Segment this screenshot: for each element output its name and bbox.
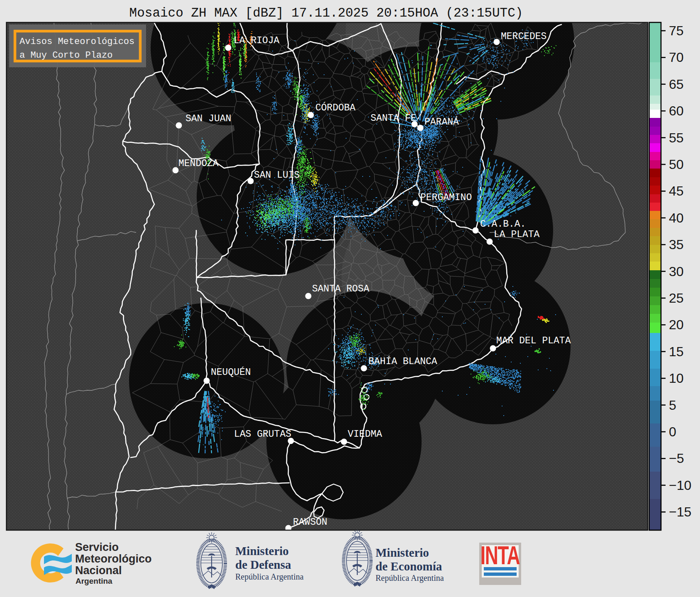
svg-text:RAWSON: RAWSON	[293, 517, 327, 528]
svg-text:75: 75	[669, 23, 684, 38]
svg-text:SANTA ROSA: SANTA ROSA	[312, 284, 369, 294]
svg-text:LA PLATA: LA PLATA	[494, 229, 540, 240]
svg-text:SANTA FE: SANTA FE	[371, 113, 416, 124]
svg-text:a Muy Corto Plazo: a Muy Corto Plazo	[20, 50, 112, 61]
svg-text:−10: −10	[669, 478, 691, 493]
svg-text:Argentina: Argentina	[76, 577, 112, 585]
svg-text:−5: −5	[669, 451, 684, 466]
svg-text:Meteorológico: Meteorológico	[75, 553, 152, 565]
svg-text:MENDOZA: MENDOZA	[178, 158, 219, 169]
svg-text:−15: −15	[669, 504, 691, 519]
svg-text:de Economía: de Economía	[376, 560, 442, 573]
svg-text:55: 55	[669, 130, 684, 145]
svg-text:Ministerio: Ministerio	[235, 544, 289, 558]
svg-text:35: 35	[669, 237, 684, 252]
svg-text:65: 65	[669, 77, 684, 92]
svg-text:PERGAMINO: PERGAMINO	[420, 192, 472, 203]
svg-text:Mosaico ZH MAX [dBZ] 17.11.202: Mosaico ZH MAX [dBZ] 17.11.2025 20:15HOA…	[129, 6, 523, 20]
svg-text:MERCEDES: MERCEDES	[501, 31, 546, 42]
svg-text:LAS GRUTAS: LAS GRUTAS	[234, 429, 291, 440]
svg-text:Avisos Meteorológicos: Avisos Meteorológicos	[20, 37, 134, 47]
svg-text:15: 15	[669, 344, 684, 359]
svg-text:10: 10	[669, 371, 684, 386]
svg-text:SAN LUIS: SAN LUIS	[254, 170, 300, 181]
svg-text:LA RIOJA: LA RIOJA	[234, 35, 280, 46]
svg-text:C.A.B.A.: C.A.B.A.	[480, 219, 526, 230]
svg-text:BAHÍA BLANCA: BAHÍA BLANCA	[368, 356, 437, 367]
svg-text:20: 20	[669, 317, 684, 332]
svg-text:República Argentina: República Argentina	[235, 572, 304, 582]
svg-text:30: 30	[669, 264, 684, 279]
svg-text:NEUQUÉN: NEUQUÉN	[211, 367, 251, 378]
svg-text:Servicio: Servicio	[75, 541, 119, 553]
svg-text:45: 45	[669, 184, 684, 198]
svg-text:CÓRDOBA: CÓRDOBA	[315, 102, 356, 113]
svg-text:Nacional: Nacional	[75, 564, 122, 577]
svg-text:40: 40	[669, 210, 684, 225]
svg-text:5: 5	[669, 398, 676, 413]
svg-text:Ministerio: Ministerio	[376, 546, 429, 559]
svg-text:0: 0	[669, 424, 676, 439]
svg-text:VIEDMA: VIEDMA	[348, 429, 382, 440]
svg-text:República Argentina: República Argentina	[376, 573, 444, 583]
svg-text:50: 50	[669, 157, 684, 172]
svg-text:60: 60	[669, 103, 684, 118]
svg-text:25: 25	[669, 291, 684, 306]
svg-text:PARANÁ: PARANÁ	[424, 116, 459, 127]
svg-text:SAN JUAN: SAN JUAN	[185, 113, 231, 124]
svg-text:70: 70	[669, 50, 684, 65]
svg-text:INTA: INTA	[480, 540, 520, 570]
svg-text:MAR DEL PLATA: MAR DEL PLATA	[496, 335, 571, 346]
svg-text:de Defensa: de Defensa	[235, 558, 291, 571]
